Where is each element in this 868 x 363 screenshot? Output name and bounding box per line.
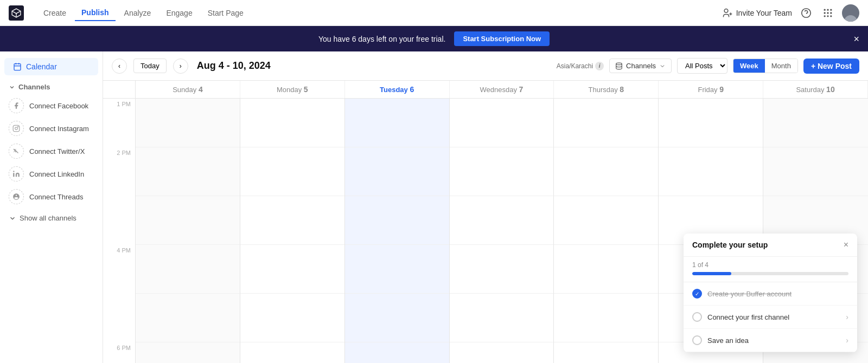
- show-all-channels-button[interactable]: Show all channels: [4, 210, 81, 226]
- day-col-thursday[interactable]: [554, 99, 659, 363]
- invite-team-button[interactable]: Invite Your Team: [722, 8, 792, 18]
- channel-instagram[interactable]: Connect Instagram: [4, 117, 98, 140]
- today-button[interactable]: Today: [133, 59, 167, 73]
- instagram-icon: [9, 121, 24, 136]
- setup-items: ✓ Create your Buffer account Connect you…: [684, 282, 857, 352]
- new-post-button[interactable]: + New Post: [803, 59, 859, 74]
- days-header: Sunday 4 Monday 5 Tuesday 6 Wednesday 7 …: [103, 81, 868, 99]
- day-col-sunday[interactable]: [136, 99, 240, 363]
- setup-progress-label: 1 of 4: [692, 261, 848, 269]
- timezone-info-icon[interactable]: i: [595, 62, 604, 70]
- nav-create[interactable]: Create: [37, 5, 73, 21]
- linkedin-icon: [9, 166, 24, 182]
- svg-point-9: [824, 15, 826, 17]
- setup-widget: Complete your setup × 1 of 4 ✓ Create yo…: [684, 234, 857, 352]
- channel-linkedin[interactable]: Connect LinkedIn: [4, 163, 98, 185]
- svg-point-3: [824, 9, 826, 10]
- setup-item-label-connect: Connect your first channel: [707, 313, 789, 321]
- setup-item-label-idea: Save an idea: [707, 336, 749, 345]
- nav-engage[interactable]: Engage: [159, 5, 199, 21]
- channels-section: Channels Connect Facebook Connect Instag…: [0, 80, 103, 226]
- chevron-right-icon-2: ›: [846, 336, 848, 345]
- time-1pm: 1 PM: [103, 99, 136, 147]
- sidebar-calendar-button[interactable]: Calendar: [4, 58, 98, 75]
- svg-point-8: [830, 12, 832, 14]
- svg-point-25: [616, 63, 622, 65]
- svg-rect-18: [13, 125, 20, 132]
- top-nav: Create Publish Analyze Engage Start Page…: [0, 0, 868, 26]
- twitter-label: Connect Twitter/X: [29, 147, 85, 155]
- svg-point-6: [824, 12, 826, 14]
- svg-point-19: [15, 127, 18, 130]
- day-header-sunday: Sunday 4: [136, 81, 240, 98]
- date-range-title: Aug 4 - 10, 2024: [197, 60, 271, 72]
- progress-bar-track: [692, 272, 848, 275]
- next-week-button[interactable]: ›: [173, 59, 188, 74]
- svg-point-12: [844, 15, 857, 22]
- help-icon[interactable]: [799, 5, 814, 21]
- nav-publish[interactable]: Publish: [75, 5, 116, 21]
- nav-start-page[interactable]: Start Page: [201, 5, 250, 21]
- channels-filter[interactable]: Channels: [609, 59, 672, 73]
- time-6pm: 6 PM: [103, 342, 136, 363]
- week-view-button[interactable]: Week: [733, 59, 765, 73]
- time-2pm: 2 PM: [103, 147, 136, 196]
- invite-label: Invite Your Team: [736, 9, 792, 17]
- nav-links: Create Publish Analyze Engage Start Page: [37, 5, 718, 21]
- time-5pm: [103, 294, 136, 342]
- sidebar: Calendar Channels Connect Facebook: [0, 51, 103, 363]
- posts-filter[interactable]: All Posts: [677, 58, 727, 74]
- instagram-label: Connect Instagram: [29, 125, 89, 133]
- svg-point-7: [827, 12, 828, 14]
- svg-rect-14: [14, 64, 21, 70]
- setup-close-button[interactable]: ×: [844, 240, 848, 250]
- timezone-display: Asia/Karachi i: [557, 62, 604, 70]
- linkedin-label: Connect LinkedIn: [29, 170, 84, 178]
- setup-item-connect-channel[interactable]: Connect your first channel ›: [684, 306, 857, 329]
- view-toggle: Week Month: [733, 59, 798, 73]
- check-circle-done: ✓: [692, 289, 702, 299]
- month-view-button[interactable]: Month: [765, 59, 797, 73]
- channels-header[interactable]: Channels: [4, 80, 98, 94]
- channel-facebook[interactable]: Connect Facebook: [4, 94, 98, 117]
- svg-point-10: [827, 15, 828, 17]
- channels-filter-label: Channels: [626, 62, 656, 70]
- prev-week-button[interactable]: ‹: [112, 59, 127, 74]
- svg-point-11: [830, 15, 832, 17]
- svg-point-24: [13, 171, 14, 172]
- user-avatar[interactable]: [842, 4, 859, 22]
- day-header-friday: Friday 9: [659, 81, 763, 98]
- svg-point-4: [827, 9, 828, 10]
- chevron-right-icon-1: ›: [846, 313, 848, 321]
- setup-item-create-account[interactable]: ✓ Create your Buffer account: [684, 282, 857, 306]
- svg-point-20: [18, 126, 18, 127]
- twitter-icon: 𝕏: [9, 144, 24, 159]
- start-subscription-button[interactable]: Start Subscription Now: [454, 31, 550, 46]
- day-col-tuesday[interactable]: [345, 99, 450, 363]
- channels-header-label: Channels: [18, 83, 50, 91]
- calendar-label: Calendar: [26, 62, 57, 71]
- day-col-wednesday[interactable]: [450, 99, 554, 363]
- setup-header: Complete your setup ×: [684, 234, 857, 257]
- svg-rect-0: [9, 5, 24, 21]
- svg-point-1: [724, 9, 728, 12]
- svg-point-2: [802, 8, 811, 17]
- setup-item-label-create: Create your Buffer account: [707, 290, 792, 298]
- facebook-label: Connect Facebook: [29, 102, 88, 110]
- calendar-header-controls: Asia/Karachi i Channels All Posts: [557, 58, 859, 74]
- posts-filter-select[interactable]: All Posts: [678, 59, 727, 73]
- nav-analyze[interactable]: Analyze: [118, 5, 158, 21]
- setup-item-save-idea[interactable]: Save an idea ›: [684, 329, 857, 352]
- apps-icon[interactable]: [820, 5, 835, 21]
- buffer-logo: [9, 5, 24, 21]
- channel-twitter[interactable]: 𝕏 Connect Twitter/X: [4, 140, 98, 163]
- svg-rect-23: [13, 173, 14, 177]
- day-header-saturday: Saturday 10: [763, 81, 868, 98]
- svg-point-13: [847, 9, 854, 15]
- svg-point-5: [830, 9, 832, 10]
- channel-threads[interactable]: Connect Threads: [4, 185, 98, 208]
- day-col-monday[interactable]: [240, 99, 345, 363]
- trial-banner-close[interactable]: ×: [853, 33, 859, 44]
- day-header-tuesday: Tuesday 6: [345, 81, 450, 98]
- channels-filter-icon: [615, 62, 623, 70]
